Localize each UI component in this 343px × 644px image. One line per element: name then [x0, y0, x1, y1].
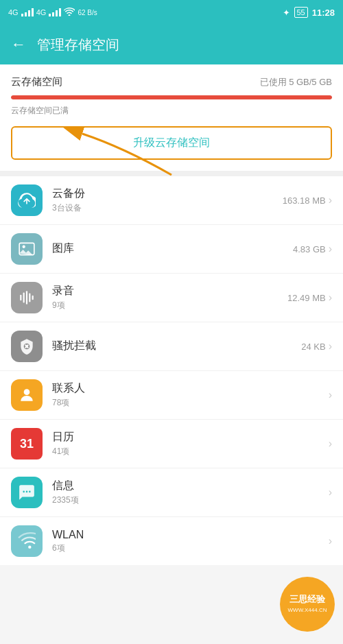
gallery-right: 4.83 GB › [293, 243, 332, 255]
messages-info: 信息 2335项 [52, 479, 326, 506]
signal-bars-2 [49, 8, 61, 16]
messages-name: 信息 [52, 479, 326, 493]
chevron-icon-8: › [329, 535, 332, 547]
recording-size: 12.49 MB [287, 293, 326, 303]
status-right: ✦ 55 11:28 [283, 7, 335, 18]
watermark: 三思经验 WWW.X444.CN [280, 577, 335, 632]
app-header: ← 管理存储空间 [0, 25, 343, 64]
signal-label-2: 4G [36, 8, 47, 16]
list-item-contacts[interactable]: 联系人 78项 › [0, 371, 343, 420]
chevron-icon-4: › [329, 340, 332, 353]
wlan-icon [11, 525, 43, 557]
svg-rect-5 [29, 294, 30, 302]
list-item-messages[interactable]: 信息 2335项 › [0, 468, 343, 517]
recording-right: 12.49 MB › [287, 291, 332, 304]
bluetooth-icon: ✦ [283, 8, 290, 18]
upgrade-btn-container[interactable]: 升级云存储空间 [11, 126, 332, 160]
chevron-icon-6: › [329, 438, 332, 450]
status-left: 4G 4G 62 B/s [8, 8, 97, 18]
messages-icon [11, 477, 43, 508]
recording-name: 录音 [52, 284, 287, 298]
battery-icon: 55 [294, 7, 308, 18]
cloud-backup-name: 云备份 [52, 187, 283, 201]
gallery-icon [11, 233, 43, 265]
wlan-sub: 6项 [52, 542, 326, 554]
svg-rect-6 [32, 296, 34, 300]
upgrade-button[interactable]: 升级云存储空间 [133, 136, 210, 150]
wlan-right: › [326, 535, 332, 547]
cloud-header: 云存储空间 已使用 5 GB/5 GB [11, 75, 332, 88]
cloud-storage-section: 云存储空间 已使用 5 GB/5 GB 云存储空间已满 升级云存储空间 [0, 64, 343, 171]
recording-icon [11, 282, 43, 313]
signal-bars-1 [21, 8, 34, 16]
svg-rect-2 [20, 295, 21, 301]
recording-info: 录音 9项 [52, 284, 287, 311]
harassment-info: 骚扰拦截 [52, 339, 301, 355]
calendar-sub: 41项 [52, 446, 326, 457]
chevron-icon-7: › [329, 486, 332, 499]
contacts-info: 联系人 78项 [52, 381, 326, 409]
cloud-label: 云存储空间 [11, 75, 62, 88]
cloud-backup-icon [11, 184, 43, 216]
contacts-sub: 78项 [52, 397, 326, 409]
calendar-info: 日历 41项 [52, 430, 326, 457]
list-item-cloud-backup[interactable]: 云备份 3台设备 163.18 MB › [0, 176, 343, 225]
harassment-name: 骚扰拦截 [52, 339, 301, 353]
page-title: 管理存储空间 [37, 36, 119, 54]
storage-progress-bar [11, 95, 332, 99]
contacts-right: › [326, 389, 332, 401]
list-item-harassment[interactable]: 骚扰拦截 24 KB › [0, 322, 343, 371]
cloud-backup-info: 云备份 3台设备 [52, 187, 283, 214]
speed-label: 62 B/s [78, 9, 97, 16]
time-display: 11:28 [312, 8, 335, 18]
calendar-icon: 31 [11, 428, 43, 460]
list-item-recording[interactable]: 录音 9项 12.49 MB › [0, 274, 343, 322]
wifi-icon [64, 8, 75, 18]
recording-sub: 9项 [52, 300, 287, 311]
cloud-usage: 已使用 5 GB/5 GB [260, 76, 332, 88]
watermark-url: WWW.X444.CN [288, 607, 327, 614]
wlan-name: WLAN [52, 529, 326, 541]
harassment-icon [11, 331, 43, 362]
cloud-backup-sub: 3台设备 [52, 202, 283, 214]
messages-sub: 2335项 [52, 494, 326, 506]
gallery-name: 图库 [52, 241, 293, 256]
svg-point-10 [24, 389, 30, 395]
chevron-icon-2: › [329, 243, 332, 255]
svg-point-1 [23, 246, 25, 248]
chevron-icon: › [329, 194, 332, 206]
status-bar: 4G 4G 62 B/s ✦ 55 11:28 [0, 0, 343, 25]
svg-rect-4 [26, 291, 27, 305]
svg-point-11 [23, 491, 25, 493]
calendar-name: 日历 [52, 430, 326, 444]
storage-progress-fill [11, 95, 332, 99]
harassment-size: 24 KB [301, 342, 325, 352]
watermark-logo: 三思经验 [289, 594, 325, 606]
contacts-icon [11, 379, 43, 411]
contacts-name: 联系人 [52, 381, 326, 396]
gallery-info: 图库 [52, 241, 293, 257]
messages-right: › [326, 486, 332, 499]
cloud-backup-size: 163.18 MB [283, 195, 326, 206]
list-item-calendar[interactable]: 31 日历 41项 › [0, 420, 343, 468]
svg-point-14 [28, 546, 31, 549]
watermark-circle: 三思经验 WWW.X444.CN [280, 577, 335, 632]
svg-point-13 [29, 491, 31, 493]
wlan-info: WLAN 6项 [52, 529, 326, 554]
list-item-gallery[interactable]: 图库 4.83 GB › [0, 225, 343, 274]
chevron-icon-3: › [329, 291, 332, 304]
cloud-backup-right: 163.18 MB › [283, 194, 332, 206]
calendar-right: › [326, 438, 332, 450]
harassment-right: 24 KB › [301, 340, 332, 353]
main-content: 云存储空间 已使用 5 GB/5 GB 云存储空间已满 升级云存储空间 云备份 … [0, 64, 343, 565]
cloud-full-text: 云存储空间已满 [11, 105, 332, 117]
chevron-icon-5: › [329, 389, 332, 401]
svg-point-12 [26, 491, 28, 493]
signal-icon: 4G [8, 8, 19, 16]
back-button[interactable]: ← [11, 36, 26, 53]
list-item-wlan[interactable]: WLAN 6项 › [0, 517, 343, 565]
gallery-size: 4.83 GB [293, 244, 326, 254]
svg-rect-3 [23, 292, 25, 302]
storage-items-list: 云备份 3台设备 163.18 MB › 图库 4.83 [0, 176, 343, 565]
